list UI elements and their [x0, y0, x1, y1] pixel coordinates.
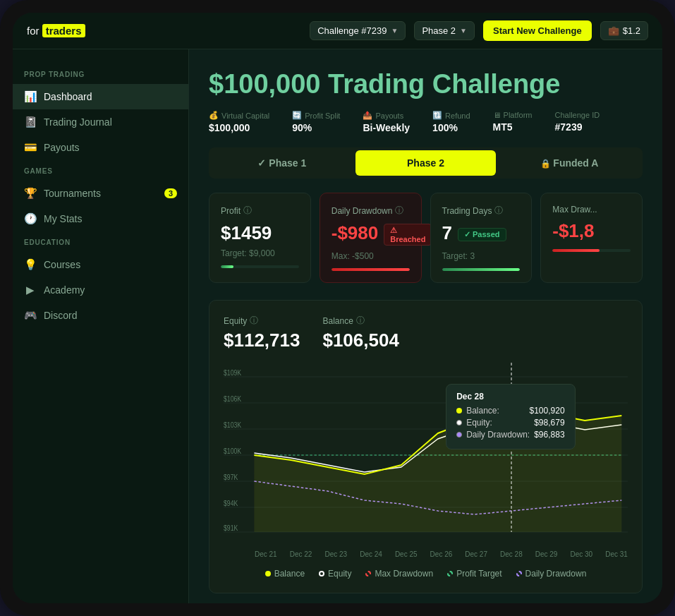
info-icon-trading-days: ⓘ: [494, 205, 503, 217]
metric-footer-drawdown: Max: -$500: [332, 251, 410, 261]
progress-fill-trading-days: [442, 268, 521, 271]
metric-header-profit: Profit ⓘ: [221, 205, 299, 217]
tooltip-equity-dot: [456, 420, 462, 425]
stat-platform: 🖥 Platform MT5: [493, 111, 533, 133]
equity-metric: Equity ⓘ $112,713: [224, 315, 300, 351]
academy-icon: ▶: [24, 284, 37, 296]
info-icon-equity: ⓘ: [250, 315, 258, 327]
sidebar-item-label-dashboard: Dashboard: [44, 91, 92, 102]
chart-canvas: $109K $106K $103K $100K $97K $94K $91K: [224, 363, 628, 560]
legend-max-drawdown: Max Drawdown: [365, 569, 433, 579]
tooltip-equity-row: Equity: $98,679: [456, 418, 564, 428]
page-title: $100,000 Trading Challenge: [209, 69, 643, 99]
courses-icon: 💡: [24, 258, 37, 271]
sidebar: PROP TRADING 📊 Dashboard 📓 Trading Journ…: [13, 49, 189, 603]
title-rest: Trading Challenge: [321, 69, 561, 99]
equity-value: $112,713: [224, 330, 300, 351]
sidebar-item-courses[interactable]: 💡 Courses: [13, 252, 188, 277]
svg-text:$109K: $109K: [224, 369, 242, 377]
stat-profit-split: 🔄 Profit Split 90%: [292, 111, 340, 133]
sidebar-item-label-tournaments: Tournaments: [44, 188, 101, 199]
info-icon-profit: ⓘ: [243, 205, 252, 217]
balance-value: $106,504: [322, 330, 399, 351]
x-label-dec25: Dec 25: [395, 550, 418, 558]
metric-card-trading-days: Trading Days ⓘ 7 ✓ Passed Target: 3: [430, 193, 533, 283]
sidebar-item-dashboard[interactable]: 📊 Dashboard: [13, 84, 188, 109]
tab-funded[interactable]: Funded A: [499, 150, 640, 176]
stat-label-payouts: 📤 Payouts: [363, 111, 410, 120]
metric-value-drawdown: -$980: [332, 222, 379, 244]
chart-tooltip: Dec 28 Balance: $100,920 Equity: $98,67: [446, 384, 575, 449]
tooltip-balance-value: $100,920: [530, 406, 565, 416]
info-icon-drawdown: ⓘ: [395, 205, 403, 217]
metric-value-max-drawdown: -$1,8: [552, 220, 631, 242]
progress-fill-max-drawdown: [552, 249, 599, 252]
legend-balance: Balance: [265, 569, 305, 579]
balance-metric: Balance ⓘ $106,504: [322, 315, 399, 351]
prop-trading-label: PROP TRADING: [13, 71, 188, 84]
stats-row: 💰 Virtual Capital $100,000 🔄 Profit Spli…: [209, 111, 643, 133]
sidebar-item-tournaments[interactable]: 🏆 Tournaments 3: [13, 181, 188, 206]
discord-icon: 🎮: [24, 309, 37, 322]
sidebar-item-payouts[interactable]: 💳 Payouts: [13, 135, 188, 160]
sidebar-item-trading-journal[interactable]: 📓 Trading Journal: [13, 109, 188, 135]
sidebar-item-label-payouts: Payouts: [44, 142, 80, 153]
sidebar-item-discord[interactable]: 🎮 Discord: [13, 303, 188, 328]
challenge-selector[interactable]: Challenge #7239 ▼: [310, 21, 406, 40]
progress-bar-drawdown: [332, 268, 410, 271]
phase-selector[interactable]: Phase 2 ▼: [414, 21, 475, 40]
capital-icon: 💰: [209, 111, 219, 120]
stat-challenge-id: Challenge ID #7239: [555, 111, 600, 133]
tournaments-icon: 🏆: [24, 187, 37, 200]
svg-text:$97K: $97K: [224, 473, 238, 481]
stat-label-refund: 🔃 Refund: [432, 111, 470, 120]
metric-footer-profit: Target: $9,000: [221, 248, 299, 258]
chevron-down-icon: ▼: [391, 27, 398, 35]
x-label-dec21: Dec 21: [255, 550, 277, 558]
stat-label-virtual-capital: 💰 Virtual Capital: [209, 111, 269, 120]
svg-text:$100K: $100K: [224, 447, 242, 455]
sidebar-item-academy[interactable]: ▶ Academy: [13, 277, 188, 303]
x-label-dec26: Dec 26: [430, 550, 453, 558]
wallet-button[interactable]: 💼 $1.2: [600, 21, 648, 40]
metric-header-trading-days: Trading Days ⓘ: [442, 205, 521, 217]
phase-label: Phase 2: [422, 25, 456, 36]
profit-icon: 🔄: [292, 111, 302, 120]
metric-footer-trading-days: Target: 3: [442, 251, 521, 261]
x-label-dec28: Dec 28: [500, 550, 523, 558]
chart-section: Equity ⓘ $112,713 Balance ⓘ $106,: [209, 300, 643, 593]
stat-value-challenge-id: #7239: [555, 121, 600, 133]
legend-profit-target: Profit Target: [447, 569, 501, 579]
tournaments-badge: 3: [164, 188, 177, 198]
tab-phase1[interactable]: Phase 1: [212, 150, 353, 176]
wallet-icon: 💼: [608, 25, 619, 36]
x-label-dec24: Dec 24: [360, 550, 382, 558]
tooltip-equity-value: $98,679: [534, 418, 564, 428]
sidebar-item-my-stats[interactable]: 🕐 My Stats: [13, 206, 188, 231]
x-axis-labels: Dec 21 Dec 22 Dec 23 Dec 24 Dec 25 Dec 2…: [224, 550, 628, 558]
stat-refund: 🔃 Refund 100%: [432, 111, 470, 133]
payouts-icon: 💳: [24, 141, 37, 154]
metric-card-max-drawdown: Max Draw... -$1,8: [540, 193, 643, 283]
tooltip-balance-dot: [456, 408, 462, 413]
equity-label: Equity ⓘ: [224, 315, 300, 327]
x-label-dec30: Dec 30: [570, 550, 592, 558]
progress-bar-max-drawdown: [552, 249, 631, 252]
metric-value-trading-days: 7: [442, 222, 452, 244]
metric-cards: Profit ⓘ $1459 Target: $9,000 Daily: [209, 193, 643, 283]
svg-text:$103K: $103K: [224, 421, 242, 429]
chevron-down-icon-2: ▼: [460, 27, 467, 35]
tooltip-drawdown-dot: [456, 432, 462, 437]
chart-header: Equity ⓘ $112,713 Balance ⓘ $106,: [224, 315, 628, 351]
start-new-challenge-button[interactable]: Start New Challenge: [483, 20, 592, 41]
games-label: GAMES: [13, 167, 188, 181]
legend-dot-equity: [319, 571, 324, 576]
refund-icon: 🔃: [432, 111, 442, 120]
tab-phase2[interactable]: Phase 2: [355, 150, 497, 176]
sidebar-item-label-discord: Discord: [44, 310, 77, 321]
logo-traders-text: traders: [42, 24, 85, 37]
sidebar-item-label-journal: Trading Journal: [44, 116, 112, 128]
stat-label-challenge-id: Challenge ID: [555, 111, 600, 119]
x-label-dec31: Dec 31: [605, 550, 628, 558]
tooltip-drawdown-row: Daily Drawdown: $96,883: [456, 430, 564, 440]
